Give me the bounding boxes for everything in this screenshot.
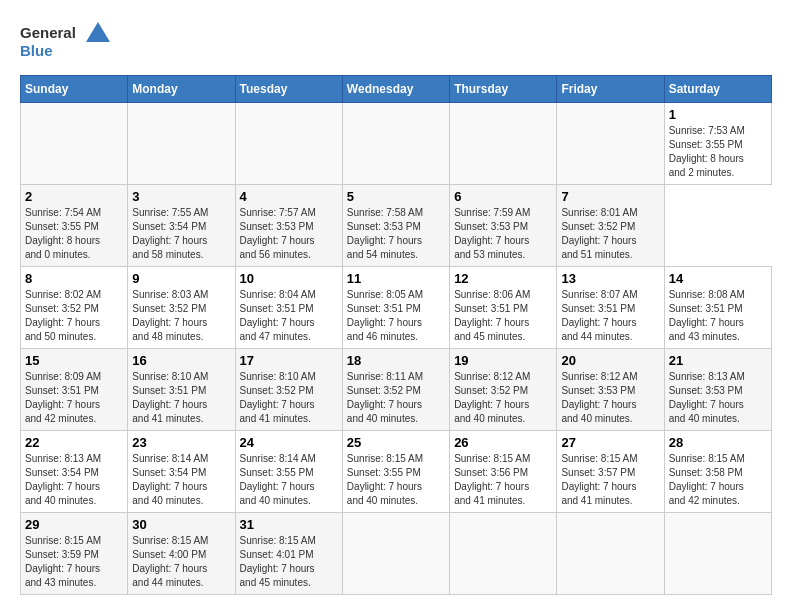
calendar-cell: 15Sunrise: 8:09 AM Sunset: 3:51 PM Dayli… — [21, 349, 128, 431]
day-number: 19 — [454, 353, 552, 368]
calendar-cell: 21Sunrise: 8:13 AM Sunset: 3:53 PM Dayli… — [664, 349, 771, 431]
day-number: 5 — [347, 189, 445, 204]
calendar-cell: 31Sunrise: 8:15 AM Sunset: 4:01 PM Dayli… — [235, 513, 342, 595]
calendar-cell: 11Sunrise: 8:05 AM Sunset: 3:51 PM Dayli… — [342, 267, 449, 349]
day-header-friday: Friday — [557, 76, 664, 103]
calendar-cell: 13Sunrise: 8:07 AM Sunset: 3:51 PM Dayli… — [557, 267, 664, 349]
calendar-cell — [128, 103, 235, 185]
calendar-cell: 28Sunrise: 8:15 AM Sunset: 3:58 PM Dayli… — [664, 431, 771, 513]
calendar-cell — [450, 513, 557, 595]
day-number: 1 — [669, 107, 767, 122]
day-info: Sunrise: 8:14 AM Sunset: 3:55 PM Dayligh… — [240, 452, 338, 508]
logo: General Blue — [20, 20, 120, 65]
day-number: 7 — [561, 189, 659, 204]
page-header: General Blue — [20, 20, 772, 65]
day-header-monday: Monday — [128, 76, 235, 103]
calendar-week-row: 1Sunrise: 7:53 AM Sunset: 3:55 PM Daylig… — [21, 103, 772, 185]
calendar-week-row: 29Sunrise: 8:15 AM Sunset: 3:59 PM Dayli… — [21, 513, 772, 595]
calendar-cell: 18Sunrise: 8:11 AM Sunset: 3:52 PM Dayli… — [342, 349, 449, 431]
calendar-cell: 9Sunrise: 8:03 AM Sunset: 3:52 PM Daylig… — [128, 267, 235, 349]
calendar-week-row: 15Sunrise: 8:09 AM Sunset: 3:51 PM Dayli… — [21, 349, 772, 431]
calendar-week-row: 8Sunrise: 8:02 AM Sunset: 3:52 PM Daylig… — [21, 267, 772, 349]
day-info: Sunrise: 8:13 AM Sunset: 3:54 PM Dayligh… — [25, 452, 123, 508]
day-number: 12 — [454, 271, 552, 286]
day-number: 31 — [240, 517, 338, 532]
calendar-cell — [342, 103, 449, 185]
calendar-cell: 12Sunrise: 8:06 AM Sunset: 3:51 PM Dayli… — [450, 267, 557, 349]
day-info: Sunrise: 8:04 AM Sunset: 3:51 PM Dayligh… — [240, 288, 338, 344]
day-info: Sunrise: 8:13 AM Sunset: 3:53 PM Dayligh… — [669, 370, 767, 426]
day-number: 10 — [240, 271, 338, 286]
calendar-cell: 30Sunrise: 8:15 AM Sunset: 4:00 PM Dayli… — [128, 513, 235, 595]
day-number: 30 — [132, 517, 230, 532]
calendar-cell: 26Sunrise: 8:15 AM Sunset: 3:56 PM Dayli… — [450, 431, 557, 513]
day-info: Sunrise: 8:15 AM Sunset: 3:56 PM Dayligh… — [454, 452, 552, 508]
day-number: 3 — [132, 189, 230, 204]
day-info: Sunrise: 8:10 AM Sunset: 3:52 PM Dayligh… — [240, 370, 338, 426]
day-number: 23 — [132, 435, 230, 450]
calendar-body: 1Sunrise: 7:53 AM Sunset: 3:55 PM Daylig… — [21, 103, 772, 595]
calendar-cell: 3Sunrise: 7:55 AM Sunset: 3:54 PM Daylig… — [128, 185, 235, 267]
calendar-cell: 20Sunrise: 8:12 AM Sunset: 3:53 PM Dayli… — [557, 349, 664, 431]
day-info: Sunrise: 7:55 AM Sunset: 3:54 PM Dayligh… — [132, 206, 230, 262]
day-info: Sunrise: 8:09 AM Sunset: 3:51 PM Dayligh… — [25, 370, 123, 426]
day-info: Sunrise: 8:15 AM Sunset: 3:59 PM Dayligh… — [25, 534, 123, 590]
svg-marker-2 — [86, 22, 110, 42]
day-number: 17 — [240, 353, 338, 368]
day-number: 21 — [669, 353, 767, 368]
calendar-cell: 19Sunrise: 8:12 AM Sunset: 3:52 PM Dayli… — [450, 349, 557, 431]
day-header-saturday: Saturday — [664, 76, 771, 103]
calendar-cell: 24Sunrise: 8:14 AM Sunset: 3:55 PM Dayli… — [235, 431, 342, 513]
day-number: 15 — [25, 353, 123, 368]
day-info: Sunrise: 8:07 AM Sunset: 3:51 PM Dayligh… — [561, 288, 659, 344]
day-number: 28 — [669, 435, 767, 450]
calendar-cell — [235, 103, 342, 185]
calendar-week-row: 2Sunrise: 7:54 AM Sunset: 3:55 PM Daylig… — [21, 185, 772, 267]
calendar-cell: 6Sunrise: 7:59 AM Sunset: 3:53 PM Daylig… — [450, 185, 557, 267]
day-info: Sunrise: 8:12 AM Sunset: 3:52 PM Dayligh… — [454, 370, 552, 426]
day-header-thursday: Thursday — [450, 76, 557, 103]
day-number: 8 — [25, 271, 123, 286]
day-info: Sunrise: 8:02 AM Sunset: 3:52 PM Dayligh… — [25, 288, 123, 344]
day-info: Sunrise: 8:01 AM Sunset: 3:52 PM Dayligh… — [561, 206, 659, 262]
day-info: Sunrise: 8:15 AM Sunset: 3:58 PM Dayligh… — [669, 452, 767, 508]
calendar-cell: 7Sunrise: 8:01 AM Sunset: 3:52 PM Daylig… — [557, 185, 664, 267]
day-info: Sunrise: 7:54 AM Sunset: 3:55 PM Dayligh… — [25, 206, 123, 262]
calendar-cell: 2Sunrise: 7:54 AM Sunset: 3:55 PM Daylig… — [21, 185, 128, 267]
day-info: Sunrise: 8:08 AM Sunset: 3:51 PM Dayligh… — [669, 288, 767, 344]
day-info: Sunrise: 8:10 AM Sunset: 3:51 PM Dayligh… — [132, 370, 230, 426]
day-number: 16 — [132, 353, 230, 368]
day-number: 25 — [347, 435, 445, 450]
day-number: 20 — [561, 353, 659, 368]
day-number: 27 — [561, 435, 659, 450]
day-info: Sunrise: 8:11 AM Sunset: 3:52 PM Dayligh… — [347, 370, 445, 426]
day-info: Sunrise: 8:05 AM Sunset: 3:51 PM Dayligh… — [347, 288, 445, 344]
day-number: 22 — [25, 435, 123, 450]
day-info: Sunrise: 7:57 AM Sunset: 3:53 PM Dayligh… — [240, 206, 338, 262]
day-number: 26 — [454, 435, 552, 450]
day-number: 2 — [25, 189, 123, 204]
day-info: Sunrise: 7:53 AM Sunset: 3:55 PM Dayligh… — [669, 124, 767, 180]
day-info: Sunrise: 8:15 AM Sunset: 4:00 PM Dayligh… — [132, 534, 230, 590]
day-number: 18 — [347, 353, 445, 368]
day-number: 29 — [25, 517, 123, 532]
calendar-cell: 25Sunrise: 8:15 AM Sunset: 3:55 PM Dayli… — [342, 431, 449, 513]
day-number: 14 — [669, 271, 767, 286]
day-header-wednesday: Wednesday — [342, 76, 449, 103]
calendar-week-row: 22Sunrise: 8:13 AM Sunset: 3:54 PM Dayli… — [21, 431, 772, 513]
day-info: Sunrise: 7:58 AM Sunset: 3:53 PM Dayligh… — [347, 206, 445, 262]
calendar-cell: 5Sunrise: 7:58 AM Sunset: 3:53 PM Daylig… — [342, 185, 449, 267]
calendar-cell — [664, 513, 771, 595]
generalblue-logo: General Blue — [20, 20, 120, 65]
calendar-cell — [342, 513, 449, 595]
day-number: 9 — [132, 271, 230, 286]
calendar-cell: 16Sunrise: 8:10 AM Sunset: 3:51 PM Dayli… — [128, 349, 235, 431]
day-info: Sunrise: 8:14 AM Sunset: 3:54 PM Dayligh… — [132, 452, 230, 508]
calendar-header-row: SundayMondayTuesdayWednesdayThursdayFrid… — [21, 76, 772, 103]
day-number: 11 — [347, 271, 445, 286]
day-info: Sunrise: 8:12 AM Sunset: 3:53 PM Dayligh… — [561, 370, 659, 426]
day-header-sunday: Sunday — [21, 76, 128, 103]
calendar-cell: 4Sunrise: 7:57 AM Sunset: 3:53 PM Daylig… — [235, 185, 342, 267]
calendar-cell — [450, 103, 557, 185]
day-number: 13 — [561, 271, 659, 286]
